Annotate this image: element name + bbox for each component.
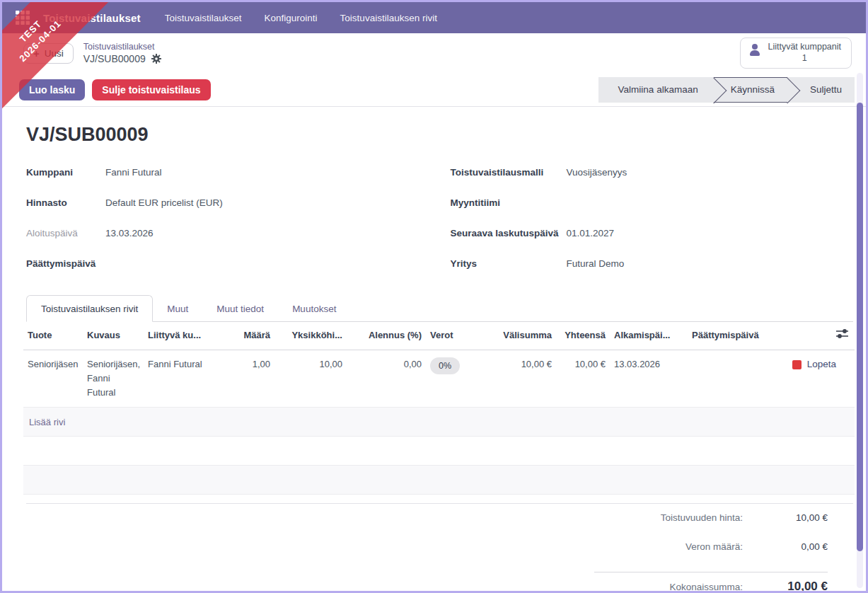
col-header-tuote[interactable]: Tuote: [23, 322, 83, 349]
apps-grid-icon[interactable]: [13, 8, 32, 27]
gear-icon[interactable]: [151, 54, 161, 64]
field-aloituspaiva: Aloituspäivä 13.03.2026: [26, 226, 429, 257]
scrollbar-thumb[interactable]: [857, 103, 863, 551]
table-row: Seniorijäsen Seniorijäsen, Fanni Futural…: [23, 350, 855, 408]
field-paattymispaiva: Päättymispäivä: [26, 257, 429, 287]
status-step-suljettu[interactable]: Suljettu: [800, 77, 852, 103]
field-kumppani-label: Kumppani: [26, 166, 105, 178]
cell-verot[interactable]: 0%: [426, 350, 488, 381]
new-record-label: Uusi: [45, 48, 64, 59]
statusbar: Valmiina alkamaan Käynnissä Suljettu: [598, 77, 855, 103]
menu-toistuvaistilauksen-rivit[interactable]: Toistuvaistilauksen rivit: [340, 13, 437, 23]
col-header-maara[interactable]: Määrä: [212, 322, 274, 349]
cell-yksikkohinta[interactable]: 10,00: [274, 350, 347, 379]
top-navbar: Toistuvaistilaukset Toistuvaistilaukset …: [2, 2, 866, 33]
field-seuraava-laskutuspaiva-label: Seuraava laskutuspäivä: [451, 226, 567, 238]
tab-muutokset[interactable]: Muutokset: [278, 296, 350, 321]
col-header-yhteensa[interactable]: Yhteensä: [556, 322, 610, 349]
field-hinnasto-value[interactable]: Default EUR pricelist (EUR): [105, 196, 223, 209]
create-invoice-button[interactable]: Luo lasku: [19, 79, 85, 100]
table-header-row: Tuote Kuvaus Liittyvä ku... Määrä Yksikk…: [23, 322, 855, 350]
stop-square-icon: [792, 360, 802, 369]
breadcrumb-parent-link[interactable]: Toistuvaistilaukset: [83, 41, 161, 52]
field-aloituspaiva-value[interactable]: 13.03.2026: [105, 226, 154, 240]
status-step-kaynnissa-active[interactable]: Käynnissä: [714, 77, 787, 103]
add-line-link[interactable]: Lisää rivi: [23, 408, 855, 437]
grand-total-label: Kokonaissumma:: [594, 582, 743, 592]
col-header-liittyva[interactable]: Liittyvä ku...: [144, 322, 212, 349]
total-tax-amount-value: 0,00 €: [743, 541, 828, 552]
form-sheet: VJ/SUB00009 Kumppani Fanni Futural Hinna…: [2, 107, 866, 593]
control-panel: + Uusi Toistuvaistilaukset VJ/SUB00009: [2, 33, 866, 73]
total-recurring-price-value: 10,00 €: [743, 512, 828, 523]
col-header-valisumma[interactable]: Välisumma: [488, 322, 556, 349]
tab-toistuvaistilauksen-rivit[interactable]: Toistuvaistilauksen rivit: [26, 295, 153, 322]
field-toistuvaistilausmalli: Toistuvaistilausmalli Vuosijäsenyys: [451, 166, 854, 196]
tax-badge[interactable]: 0%: [430, 357, 460, 374]
stop-line-button[interactable]: Lopeta: [771, 350, 855, 379]
notebook-tabs: Toistuvaistilauksen rivit Muut Muut tied…: [26, 296, 853, 322]
stat-button-value: 1: [768, 53, 841, 64]
col-header-yksikkohinta[interactable]: Yksikköhi...: [274, 322, 347, 349]
new-record-button[interactable]: + Uusi: [23, 43, 74, 64]
field-toistuvaistilausmalli-label: Toistuvaistilausmalli: [451, 166, 567, 178]
sliders-icon[interactable]: [836, 328, 848, 339]
plus-icon: +: [33, 48, 40, 59]
tab-muut-tiedot[interactable]: Muut tiedot: [202, 296, 278, 321]
app-name[interactable]: Toistuvaistilaukset: [43, 12, 141, 24]
total-recurring-price-label: Toistuvuuden hinta:: [594, 512, 743, 523]
cell-alennus[interactable]: 0,00: [347, 350, 426, 379]
cell-maara[interactable]: 1,00: [212, 350, 274, 379]
stop-line-label: Lopeta: [807, 357, 836, 372]
empty-row: [23, 466, 855, 495]
menu-toistuvaistilaukset[interactable]: Toistuvaistilaukset: [165, 13, 242, 23]
field-yritys-label: Yritys: [451, 257, 567, 269]
tab-muut[interactable]: Muut: [153, 296, 202, 321]
field-aloituspaiva-label: Aloituspäivä: [26, 226, 105, 238]
subscription-lines-table: Tuote Kuvaus Liittyvä ku... Määrä Yksikk…: [23, 322, 855, 495]
stat-button-label: Liittyvät kumppanit: [768, 42, 841, 53]
col-header-kuvaus[interactable]: Kuvaus: [83, 322, 144, 349]
field-groups: Kumppani Fanni Futural Hinnasto Default …: [26, 166, 853, 287]
related-partners-stat-button[interactable]: Liittyvät kumppanit 1: [740, 38, 852, 68]
navbar-menus: Toistuvaistilaukset Konfigurointi Toistu…: [165, 13, 437, 23]
breadcrumb-current: VJ/SUB00009: [83, 52, 146, 65]
grid-icon: [14, 9, 31, 26]
action-bar: Luo lasku Sulje toistuvaistilaus Valmiin…: [2, 73, 866, 107]
empty-row: [23, 437, 855, 466]
grand-total-value: 10,00 €: [743, 580, 828, 593]
total-tax-amount: Veron määrä: 0,00 €: [594, 541, 828, 570]
field-myyntitiimi: Myyntitiimi: [451, 196, 854, 226]
col-header-verot[interactable]: Verot: [426, 322, 488, 349]
cell-alkamispaiva[interactable]: 13.03.2026: [610, 350, 688, 379]
field-yritys-value[interactable]: Futural Demo: [567, 257, 625, 270]
cell-paattymispaiva[interactable]: [688, 350, 771, 364]
col-header-paattymispaiva[interactable]: Päättymispäivä: [688, 322, 771, 349]
cell-liittyva[interactable]: Fanni Futural: [144, 350, 212, 379]
app-window: Toistuvaistilaukset Toistuvaistilaukset …: [0, 0, 868, 593]
field-hinnasto-label: Hinnasto: [26, 196, 105, 208]
status-step-valmiina-alkamaan[interactable]: Valmiina alkamaan: [608, 77, 708, 103]
close-subscription-button[interactable]: Sulje toistuvaistilaus: [92, 79, 210, 100]
menu-konfigurointi[interactable]: Konfigurointi: [265, 13, 318, 23]
col-header-alennus[interactable]: Alennus (%): [347, 322, 426, 349]
totals-section: Toistuvuuden hinta: 10,00 € Veron määrä:…: [26, 503, 853, 593]
col-header-alkamispaiva[interactable]: Alkamispäi...: [610, 322, 688, 349]
cell-yhteensa[interactable]: 10,00 €: [556, 350, 610, 379]
total-recurring-price: Toistuvuuden hinta: 10,00 €: [594, 512, 828, 541]
field-toistuvaistilausmalli-value[interactable]: Vuosijäsenyys: [567, 166, 627, 179]
field-seuraava-laskutuspaiva-value[interactable]: 01.01.2027: [567, 226, 615, 240]
record-title: VJ/SUB00009: [26, 124, 853, 146]
field-kumppani: Kumppani Fanni Futural: [26, 166, 429, 196]
field-yritys: Yritys Futural Demo: [451, 257, 854, 287]
cell-kuvaus[interactable]: Seniorijäsen, Fanni Futural: [83, 350, 144, 407]
cell-valisumma[interactable]: 10,00 €: [488, 350, 556, 379]
field-seuraava-laskutuspaiva: Seuraava laskutuspäivä 01.01.2027: [451, 226, 854, 257]
field-myyntitiimi-label: Myyntitiimi: [451, 196, 567, 208]
field-kumppani-value[interactable]: Fanni Futural: [105, 166, 162, 179]
field-hinnasto: Hinnasto Default EUR pricelist (EUR): [26, 196, 429, 226]
field-paattymispaiva-label: Päättymispäivä: [26, 257, 105, 269]
cell-tuote[interactable]: Seniorijäsen: [23, 350, 83, 379]
person-icon: [749, 44, 760, 56]
grand-total: Kokonaissumma: 10,00 €: [594, 572, 828, 593]
